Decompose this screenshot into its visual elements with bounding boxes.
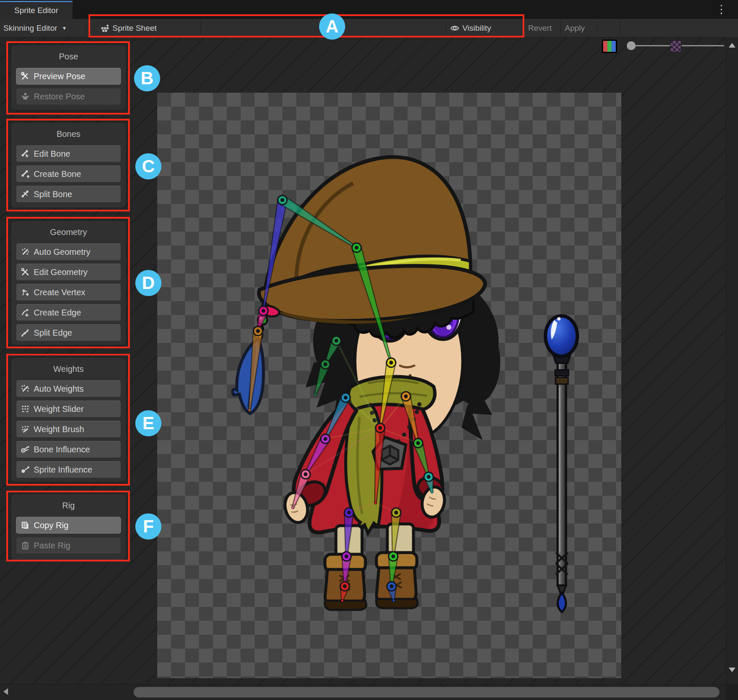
chevron-down-icon: ▼: [62, 25, 67, 31]
sprite-canvas-art: [157, 93, 621, 678]
toolbar-separator: [201, 21, 201, 35]
eye-icon: [450, 24, 459, 33]
edit-bone-icon: [21, 149, 30, 158]
copy-rig-label: Copy Rig: [34, 521, 68, 530]
staff-sprite: [545, 316, 577, 612]
visibility-button[interactable]: Visibility: [450, 19, 491, 37]
skinning-editor-dropdown[interactable]: Skinning Editor ▼: [3, 19, 67, 37]
scroll-up-arrow-icon[interactable]: [729, 43, 735, 48]
scroll-left-arrow-icon[interactable]: [3, 688, 8, 695]
visibility-label: Visibility: [462, 24, 491, 33]
edit-bone-label: Edit Bone: [34, 149, 70, 159]
toolbar: Skinning Editor ▼ Sprite Sheet Visibilit…: [0, 19, 738, 37]
revert-button[interactable]: Revert: [528, 19, 552, 37]
tab-bar: Sprite Editor ⋮: [0, 0, 738, 19]
copy-rig-button[interactable]: Copy Rig: [16, 517, 121, 534]
create-bone-button[interactable]: Create Bone: [16, 166, 121, 182]
create-edge-label: Create Edge: [34, 308, 81, 318]
toolbar-separator: [86, 21, 86, 35]
sprite-canvas[interactable]: [157, 93, 621, 678]
horizontal-scrollbar[interactable]: [0, 684, 726, 700]
kebab-menu-icon[interactable]: ⋮: [716, 2, 727, 17]
split-bone-button[interactable]: Split Bone: [16, 186, 121, 203]
create-vertex-label: Create Vertex: [34, 288, 85, 297]
create-edge-icon: [21, 308, 30, 317]
pose-panel: Pose Preview Pose Restore Pose: [11, 45, 126, 110]
restore-pose-icon: [21, 92, 30, 101]
create-vertex-icon: [21, 288, 30, 297]
weight-brush-button[interactable]: Weight Brush: [16, 421, 121, 438]
sprite-sheet-button[interactable]: Sprite Sheet: [100, 19, 157, 37]
skinning-editor-label: Skinning Editor: [3, 24, 57, 33]
texture-preview-swatch: [670, 40, 682, 52]
edit-geometry-icon: [21, 267, 30, 277]
create-edge-button[interactable]: Create Edge: [16, 304, 121, 321]
preview-pose-label: Preview Pose: [34, 72, 85, 81]
auto-geometry-label: Auto Geometry: [34, 247, 91, 257]
geometry-panel-title: Geometry: [16, 226, 121, 238]
horizontal-scrollbar-thumb[interactable]: [134, 687, 719, 697]
auto-weights-icon: [21, 384, 30, 393]
split-edge-label: Split Edge: [34, 328, 72, 338]
preview-pose-button[interactable]: Preview Pose: [16, 68, 121, 85]
weight-slider-button[interactable]: Weight Slider: [16, 401, 121, 417]
geometry-panel: Geometry Auto Geometry Edit Geometry: [11, 220, 126, 345]
vertical-scrollbar[interactable]: [726, 37, 738, 684]
create-bone-icon: [21, 169, 30, 179]
sprite-sheet-label: Sprite Sheet: [113, 24, 157, 33]
sprite-influence-button[interactable]: Sprite Influence: [16, 461, 121, 478]
sprite-influence-label: Sprite Influence: [34, 465, 92, 475]
scroll-down-arrow-icon[interactable]: [729, 668, 735, 672]
auto-weights-label: Auto Weights: [34, 384, 84, 394]
weight-slider-label: Weight Slider: [34, 404, 84, 414]
sprite-sheet-icon: [100, 24, 110, 33]
restore-pose-button[interactable]: Restore Pose: [16, 88, 121, 105]
rig-panel: Rig Copy Rig Paste Rig: [11, 494, 126, 560]
weights-panel: Weights Auto Weights Weight Slider: [11, 357, 126, 482]
bone-influence-button[interactable]: Bone Influence: [16, 441, 121, 458]
character-sprite: [233, 157, 500, 610]
split-bone-icon: [21, 190, 30, 199]
weight-slider-icon: [21, 404, 30, 414]
auto-geometry-button[interactable]: Auto Geometry: [16, 243, 121, 260]
weight-brush-icon: [21, 425, 30, 434]
edit-bone-button[interactable]: Edit Bone: [16, 145, 121, 162]
split-edge-icon: [21, 328, 30, 337]
edit-geometry-label: Edit Geometry: [34, 267, 88, 277]
toolbar-separator: [445, 21, 446, 35]
bone-influence-icon: [21, 445, 30, 454]
sprite-influence-icon: [21, 465, 30, 474]
paste-rig-label: Paste Rig: [34, 541, 70, 550]
alpha-slider-knob[interactable]: [627, 41, 636, 50]
auto-weights-button[interactable]: Auto Weights: [16, 380, 121, 397]
create-vertex-button[interactable]: Create Vertex: [16, 284, 121, 301]
preview-pose-icon: [21, 72, 30, 81]
toolbar-separator: [560, 21, 561, 35]
revert-label: Revert: [528, 24, 552, 33]
apply-button[interactable]: Apply: [565, 19, 585, 37]
bones-panel-title: Bones: [16, 128, 121, 140]
rig-panel-title: Rig: [16, 499, 121, 512]
scrollbar-corner: [726, 684, 738, 700]
pose-panel-title: Pose: [16, 50, 121, 63]
restore-pose-label: Restore Pose: [34, 92, 85, 102]
edit-geometry-button[interactable]: Edit Geometry: [16, 264, 121, 281]
split-edge-button[interactable]: Split Edge: [16, 324, 121, 341]
alpha-slider-track[interactable]: [634, 45, 670, 46]
zoom-slider-track[interactable]: [682, 45, 724, 46]
toolbar-separator: [524, 21, 524, 35]
tab-title: Sprite Editor: [14, 6, 59, 15]
rgb-channels-icon[interactable]: [602, 40, 617, 53]
bones-panel: Bones Edit Bone Create Bone Split: [11, 122, 126, 208]
weight-brush-label: Weight Brush: [34, 425, 84, 434]
paste-rig-icon: [21, 541, 30, 550]
bone-influence-label: Bone Influence: [34, 445, 90, 454]
apply-label: Apply: [565, 24, 585, 33]
split-bone-label: Split Bone: [34, 190, 72, 199]
sprite-editor-window: Sprite Editor ⋮ Skinning Editor ▼ Sprite…: [0, 0, 738, 700]
tab-sprite-editor[interactable]: Sprite Editor: [0, 1, 72, 19]
weights-panel-title: Weights: [16, 363, 121, 375]
paste-rig-button[interactable]: Paste Rig: [16, 537, 121, 554]
auto-geometry-icon: [21, 247, 30, 256]
copy-rig-icon: [21, 521, 30, 530]
